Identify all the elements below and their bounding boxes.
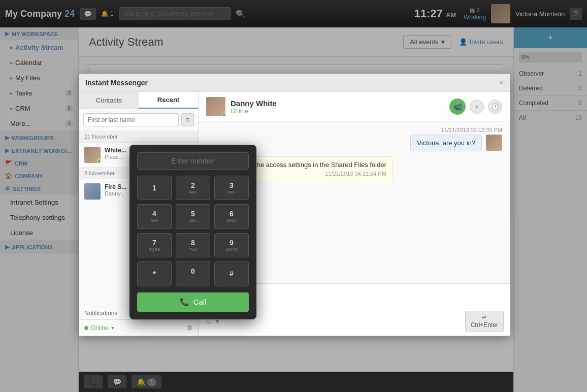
overlay-backdrop: Instant Messenger × Contacts Recent ≡ <box>0 0 587 392</box>
dialpad-number-input[interactable] <box>137 152 249 170</box>
dialpad-key-9[interactable]: 9WXYZ <box>214 233 249 257</box>
add-action-button[interactable]: + <box>470 100 484 114</box>
im-tab-contacts[interactable]: Contacts <box>79 92 139 109</box>
dialpad-key-hash[interactable]: # <box>214 262 249 286</box>
im-chat-header: Danny White Online 📹 + 🕐 <box>199 92 510 122</box>
dialpad-key-7[interactable]: 7PQRS <box>137 233 172 257</box>
dialpad-key-3[interactable]: 3DEF <box>214 176 249 200</box>
online-indicator <box>97 159 101 164</box>
chat-avatar <box>206 97 225 116</box>
contact-avatar-white <box>84 147 101 163</box>
im-date-header-nov21: 21 November <box>79 131 198 143</box>
chat-actions: 📹 + 🕐 <box>449 99 502 115</box>
message-bubble: Victoria, are you in? <box>410 135 482 151</box>
online-dot <box>84 326 88 330</box>
history-action-button[interactable]: 🕐 <box>488 100 502 114</box>
dialpad-call-button[interactable]: 📞 Call <box>137 292 249 312</box>
dialpad-key-4[interactable]: 4GHI <box>137 204 172 228</box>
video-call-button[interactable]: 📹 <box>449 99 466 115</box>
im-search-input[interactable] <box>83 113 179 126</box>
im-bottom-bar: Online ▾ ⚙ <box>79 319 198 336</box>
dialpad-key-5[interactable]: 5JKL <box>176 204 210 228</box>
dialpad: 1 2ABC 3DEF 4GHI 5JKL 6MNO 7PQRS 8TUV 9W… <box>129 145 256 319</box>
send-button[interactable]: ↵ Ctrl+Enter <box>465 311 504 332</box>
im-tab-recent[interactable]: Recent <box>139 92 198 109</box>
im-online-status: Online ▾ <box>84 324 114 332</box>
chat-username: Danny White <box>231 99 277 108</box>
im-close-button[interactable]: × <box>499 78 504 87</box>
im-search-row: ≡ <box>79 109 198 131</box>
message-sender-avatar <box>486 135 502 151</box>
dialpad-key-1[interactable]: 1 <box>137 176 172 200</box>
im-titlebar: Instant Messenger × <box>79 74 510 92</box>
dialpad-key-0[interactable]: 0+ <box>176 262 210 286</box>
gear-icon[interactable]: ⚙ <box>187 324 193 332</box>
contact-avatar-fire <box>84 183 101 200</box>
phone-icon: 📞 <box>180 298 189 307</box>
dialpad-key-star[interactable]: * <box>137 262 172 286</box>
chat-status: Online <box>231 108 277 115</box>
im-title: Instant Messenger <box>85 79 148 87</box>
dialpad-key-2[interactable]: 2ABC <box>176 176 210 200</box>
dialpad-key-6[interactable]: 6MNO <box>214 204 249 228</box>
im-action-button[interactable]: ≡ <box>181 113 194 126</box>
dialpad-key-8[interactable]: 8TUV <box>176 233 210 257</box>
online-indicator <box>222 113 226 117</box>
dialpad-grid: 1 2ABC 3DEF 4GHI 5JKL 6MNO 7PQRS 8TUV 9W… <box>137 176 249 286</box>
im-tabs: Contacts Recent <box>79 92 198 109</box>
